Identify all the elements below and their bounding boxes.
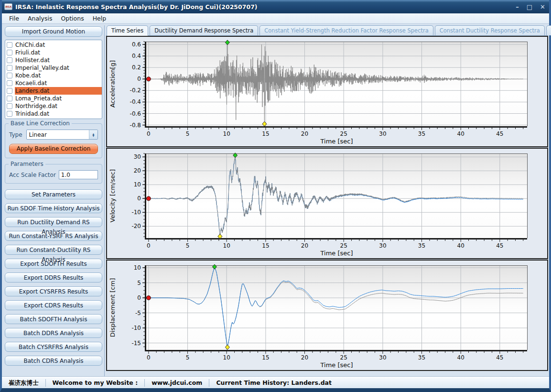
set-parameters-button[interactable]: Set Parameters — [5, 189, 102, 199]
svg-text:-5: -5 — [135, 310, 141, 316]
tab-strip: Time SeriesDuctility Demand Response Spe… — [106, 25, 548, 36]
acceleration-chart-panel: 051015202530354045-0.8-0.6-0.4-0.200.20.… — [106, 36, 548, 147]
apply-baseline-correction-button[interactable]: Apply Baseline Correction — [9, 144, 98, 154]
svg-text:-10: -10 — [131, 325, 141, 331]
charts-area: Time SeriesDuctility Demand Response Spe… — [105, 25, 548, 377]
status-item-0: 崔济东博士 — [2, 379, 45, 387]
baseline-type-combobox[interactable]: Linear ▲ ▼ — [26, 130, 98, 140]
svg-text:40: 40 — [457, 131, 465, 137]
run-constant-ductility-rs-analysis-button[interactable]: Run Constant-Ductility RS Analysis — [5, 245, 102, 255]
list-item-northridge[interactable]: Northridge.dat — [5, 102, 102, 110]
svg-text:20: 20 — [134, 167, 141, 174]
svg-text:45: 45 — [496, 354, 503, 361]
parameters-group: Parameters Acc Scale Factor 1.0 — [5, 164, 102, 184]
x-axis-label: Time [sec] — [320, 138, 353, 145]
app-window: IRSA IRSA: Inelastic Response Spectra An… — [0, 0, 551, 392]
batch-cdrs-analysis-button[interactable]: Batch CDRS Analysis — [5, 356, 102, 366]
sidebar: Import Ground Motion ChiChi.datFriuli.da… — [4, 25, 105, 377]
list-item-kocaeli[interactable]: Kocaeli.dat — [5, 79, 102, 87]
checkbox-icon[interactable] — [7, 65, 12, 71]
svg-text:0: 0 — [147, 354, 151, 361]
menu-item-file[interactable]: File — [5, 14, 23, 23]
svg-text:40: 40 — [457, 354, 465, 361]
minimize-icon[interactable]: – — [516, 4, 519, 10]
batch-ddrs-analysis-button[interactable]: Batch DDRS Analysis — [5, 328, 102, 338]
svg-text:0: 0 — [147, 131, 151, 137]
svg-text:45: 45 — [496, 131, 503, 137]
x-axis-label: Time [sec] — [320, 361, 353, 369]
export-sdofth-results-button[interactable]: Export SDOFTH Results — [5, 259, 102, 269]
svg-text:40: 40 — [457, 242, 465, 249]
svg-text:25: 25 — [340, 131, 347, 137]
list-item-label: Landers.dat — [15, 87, 49, 94]
list-item-label: Loma_Prieta.dat — [15, 95, 62, 102]
status-item-3: Current Time History: Landers.dat — [209, 379, 338, 387]
baseline-correction-group: Base Line Correction Type Linear ▲ ▼ App… — [5, 123, 102, 158]
checkbox-icon[interactable] — [7, 73, 12, 78]
plot-area — [146, 265, 527, 350]
svg-text:5: 5 — [186, 131, 190, 137]
checkbox-icon[interactable] — [7, 111, 12, 117]
list-item-hollister[interactable]: Hollister.dat — [5, 56, 102, 64]
velocity-chart-panel: 051015202530354045-20-100102030Time [sec… — [106, 148, 548, 259]
maximize-icon[interactable]: □ — [527, 4, 532, 10]
baseline-type-value: Linear — [27, 131, 89, 138]
svg-text:45: 45 — [496, 242, 503, 249]
list-item-kobe[interactable]: Kobe.dat — [5, 72, 102, 79]
tab-time-history-analysis: Time History Analysis — [546, 25, 551, 35]
checkbox-icon[interactable] — [7, 50, 12, 55]
list-item-chichi[interactable]: ChiChi.dat — [5, 41, 102, 49]
svg-text:-0.8: -0.8 — [130, 122, 141, 129]
checkbox-icon[interactable] — [7, 103, 12, 109]
checkbox-icon[interactable] — [7, 57, 12, 63]
close-icon[interactable]: ✕ — [540, 4, 545, 10]
acc-scale-factor-input[interactable]: 1.0 — [59, 170, 98, 179]
run-ductility-demand-rs-analysis-button[interactable]: Run Ductility Demand RS Analysis — [5, 217, 102, 227]
list-item-loma_prieta[interactable]: Loma_Prieta.dat — [5, 95, 102, 102]
batch-sdofth-analysis-button[interactable]: Batch SDOFTH Analysis — [5, 314, 102, 324]
action-button-stack: Set ParametersRun SDOF Time History Anal… — [5, 189, 102, 366]
checkbox-icon[interactable] — [7, 42, 12, 48]
status-website-link[interactable]: www.jdcui.com — [144, 379, 209, 387]
checkbox-icon[interactable] — [7, 88, 12, 94]
menu-item-analysis[interactable]: Analysis — [23, 14, 57, 23]
import-ground-motion-button[interactable]: Import Ground Motion — [5, 26, 102, 37]
ground-motion-list[interactable]: ChiChi.datFriuli.datHollister.datImperia… — [5, 40, 102, 119]
list-item-label: Hollister.dat — [15, 57, 50, 64]
svg-text:35: 35 — [418, 242, 425, 249]
checkbox-icon[interactable] — [7, 80, 12, 86]
y-axis-label: Displacement [cm] — [109, 278, 116, 337]
menu-item-options[interactable]: Options — [56, 14, 88, 23]
x-axis-label: Time [sec] — [320, 250, 353, 257]
tab-ductility-demand-response-spectra[interactable]: Ductility Demand Response Spectra — [150, 25, 258, 35]
svg-text:20: 20 — [301, 131, 308, 137]
svg-text:5: 5 — [186, 354, 190, 361]
svg-text:-15: -15 — [131, 340, 141, 347]
export-ddrs-results-button[interactable]: Export DDRS Results — [5, 272, 102, 283]
main-content: Import Ground Motion ChiChi.datFriuli.da… — [2, 24, 549, 377]
export-cdrs-results-button[interactable]: Export CDRS Results — [5, 300, 102, 310]
checkbox-icon[interactable] — [7, 96, 12, 101]
svg-text:-0.4: -0.4 — [130, 98, 141, 105]
list-item-imperial_valley[interactable]: Imperial_Valley.dat — [5, 64, 102, 72]
list-item-friuli[interactable]: Friuli.dat — [5, 49, 102, 56]
list-item-landers[interactable]: Landers.dat — [5, 87, 102, 95]
tab-time-series[interactable]: Time Series — [107, 25, 148, 36]
svg-text:30: 30 — [379, 354, 386, 361]
export-cysrfrs-results-button[interactable]: Export CYSRFRS Results — [5, 286, 102, 296]
run-constant-ysrf-rs-analysis-button[interactable]: Run Constant-YSRF RS Analysis — [5, 231, 102, 241]
list-item-label: Imperial_Valley.dat — [15, 65, 69, 71]
status-item-1: Welcome to my Website : — [45, 379, 145, 387]
spinner-arrows-icon[interactable]: ▲ ▼ — [89, 130, 97, 139]
list-item-trinidad[interactable]: Trinidad.dat — [5, 110, 102, 118]
list-item-label: Kobe.dat — [15, 72, 41, 79]
menu-item-help[interactable]: Help — [88, 14, 111, 23]
run-sdof-time-history-analysis-button[interactable]: Run SDOF Time History Analysis — [5, 203, 102, 213]
y-axis-label: Acceleration[g] — [109, 60, 116, 108]
start-marker — [146, 77, 151, 81]
svg-text:10: 10 — [134, 264, 141, 271]
list-item-label: Northridge.dat — [15, 103, 57, 109]
batch-cysrfrs-analysis-button[interactable]: Batch CYSRFRS Analysis — [5, 342, 102, 352]
window-controls: – □ ✕ — [516, 4, 545, 10]
svg-text:20: 20 — [301, 242, 308, 249]
